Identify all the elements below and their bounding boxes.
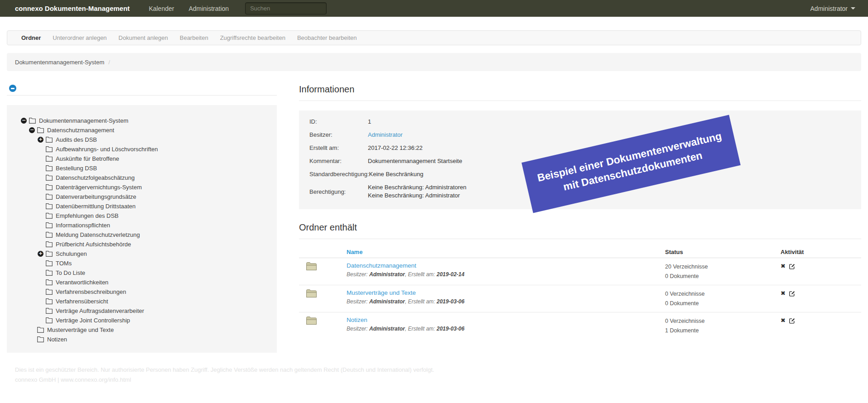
- row-folder-icon: [299, 317, 347, 336]
- folder-outline-icon: [46, 194, 53, 200]
- row-meta: Besitzer: Administrator, Erstellt am: 20…: [347, 326, 665, 332]
- tree-item[interactable]: Aufbewahrungs- und Löschvorschriften: [7, 144, 277, 154]
- info-label-perm: Berechtigung:: [309, 188, 368, 196]
- owner-link[interactable]: Administrator: [368, 131, 403, 139]
- tree-item[interactable]: Informationspflichten: [7, 221, 277, 230]
- tree-item[interactable]: Datenträgervernichtungs-System: [7, 182, 277, 192]
- tree-toggle-icon[interactable]: [21, 118, 29, 124]
- tree-item-label: Dokumentenmanagement-System: [39, 117, 128, 124]
- nav-link[interactable]: Administration: [181, 5, 236, 12]
- tree-item-label: Informationspflichten: [56, 222, 110, 229]
- table-row: Datenschutzmanagement Besitzer: Administ…: [299, 258, 861, 285]
- row-status: 0 Verzeichnisse 0 Dokumente: [665, 289, 781, 308]
- row-folder-icon: [299, 289, 347, 308]
- contents-table: Name Status Aktivität Datenschutzmanagem…: [299, 246, 861, 339]
- toolbar-item[interactable]: Ordner: [15, 34, 47, 41]
- folder-outline-icon: [46, 279, 53, 285]
- tree-item-label: To Do Liste: [56, 269, 85, 276]
- column-header-name[interactable]: Name: [347, 249, 665, 255]
- tree-item[interactable]: Datenverarbeitungsgrundsätze: [7, 192, 277, 202]
- info-value-perm: Keine Beschränkung: Administratoren Kein…: [368, 183, 467, 200]
- folder-outline-icon: [46, 175, 53, 181]
- tree-item[interactable]: Empfehlungen des DSB: [7, 211, 277, 221]
- nav-link[interactable]: Kalender: [141, 5, 181, 12]
- status-directories: 0 Verzeichnisse: [665, 289, 781, 299]
- status-documents: 0 Dokumente: [665, 299, 781, 308]
- footer-line-2: connexo GmbH | www.connexo.org/info.html: [15, 375, 434, 385]
- info-value-id: 1: [368, 118, 371, 125]
- folder-outline-icon: [46, 308, 53, 314]
- row-activity: ✖: [781, 262, 861, 281]
- folder-link[interactable]: Musterverträge und Texte: [347, 289, 416, 296]
- status-documents: 1 Dokumente: [665, 326, 781, 336]
- tree-toggle-icon[interactable]: [29, 127, 37, 133]
- info-value-default-perm: Keine Beschränkung: [369, 170, 424, 178]
- folder-outline-icon: [46, 222, 53, 228]
- row-activity: ✖: [781, 289, 861, 308]
- tree-toggle-icon[interactable]: [38, 137, 46, 143]
- folder-outline-icon: [46, 137, 53, 143]
- delete-icon[interactable]: ✖: [781, 263, 786, 269]
- left-divider: [7, 95, 277, 96]
- tree-item[interactable]: Dokumentenmanagement-System: [7, 116, 277, 125]
- tree-item[interactable]: Auskünfte für Betroffene: [7, 154, 277, 163]
- collapse-all-button[interactable]: [9, 85, 16, 92]
- tree-item[interactable]: Datenübermittlung Drittstaaten: [7, 202, 277, 211]
- table-row: Notizen Besitzer: Administrator, Erstell…: [299, 312, 861, 339]
- folder-link[interactable]: Datenschutzmanagement: [347, 262, 416, 269]
- folder-outline-icon: [46, 317, 53, 323]
- tree-item[interactable]: Verträge Auftragsdatenverarbeiter: [7, 306, 277, 316]
- tree-item[interactable]: Verantwortlichkeiten: [7, 278, 277, 287]
- edit-icon[interactable]: [789, 263, 796, 271]
- search-input[interactable]: [245, 2, 327, 14]
- tree-item[interactable]: Datenschutzmanagement: [7, 125, 277, 135]
- top-navbar: connexo Dokumenten-Management Kalender A…: [0, 0, 868, 17]
- toolbar-item[interactable]: Beobachter bearbeiten: [291, 34, 363, 41]
- delete-icon[interactable]: ✖: [781, 290, 786, 297]
- status-documents: 0 Dokumente: [665, 272, 781, 281]
- tree-toggle-icon[interactable]: [38, 251, 46, 257]
- footer-line-1: Dies ist ein geschützter Bereich. Nur au…: [15, 365, 434, 375]
- tree-item-label: Empfehlungen des DSB: [56, 212, 119, 219]
- row-activity: ✖: [781, 317, 861, 336]
- toolbar-item[interactable]: Bearbeiten: [174, 34, 214, 41]
- tree-item[interactable]: TOMs: [7, 259, 277, 268]
- folder-outline-icon: [46, 203, 53, 209]
- info-label-comment: Kommentar:: [309, 157, 368, 165]
- delete-icon[interactable]: ✖: [781, 317, 786, 324]
- breadcrumb-item[interactable]: Dokumentenmanagement-System: [15, 59, 104, 66]
- tree-item[interactable]: Verträge Joint Controllership: [7, 316, 277, 325]
- tree-item-label: Meldung Datenschutzverletzung: [56, 231, 140, 238]
- tree-item[interactable]: Verfahrensübersicht: [7, 297, 277, 306]
- tree-item[interactable]: Meldung Datenschutzverletzung: [7, 230, 277, 240]
- perm-line-2: Keine Beschränkung: Administrator: [368, 192, 467, 200]
- app-brand[interactable]: connexo Dokumenten-Management: [15, 5, 130, 12]
- toolbar-item[interactable]: Zugriffsrechte bearbeiten: [214, 34, 291, 41]
- tree-item-label: Datenschutzmanagement: [47, 127, 114, 134]
- contents-section-title: Ordner enthält: [299, 222, 357, 233]
- tree-item[interactable]: Datenschutzfolgeabschätzung: [7, 173, 277, 182]
- tree-item-label: Verträge Joint Controllership: [56, 317, 130, 324]
- table-header-row: Name Status Aktivität: [299, 246, 861, 258]
- breadcrumb: Dokumentenmanagement-System /: [7, 53, 861, 71]
- toolbar-item[interactable]: Unterordner anlegen: [47, 34, 112, 41]
- folder-link[interactable]: Notizen: [347, 317, 367, 323]
- tree-item[interactable]: Musterverträge und Texte: [7, 325, 277, 335]
- tree-item[interactable]: Prüfbericht Aufsichtsbehörde: [7, 240, 277, 249]
- tree-item-label: Bestellung DSB: [56, 165, 97, 172]
- tree-item-label: Aufbewahrungs- und Löschvorschriften: [56, 146, 158, 153]
- tree-item[interactable]: To Do Liste: [7, 268, 277, 278]
- edit-icon[interactable]: [789, 317, 796, 326]
- tree-item[interactable]: Bestellung DSB: [7, 163, 277, 173]
- tree-item[interactable]: Verfahrensbeschreibungen: [7, 287, 277, 297]
- tree-item[interactable]: Notizen: [7, 335, 277, 344]
- toolbar-item[interactable]: Dokument anlegen: [113, 34, 174, 41]
- edit-icon[interactable]: [789, 290, 796, 298]
- user-menu[interactable]: Administrator: [810, 5, 855, 12]
- folder-outline-icon: [37, 127, 44, 133]
- tree-item-label: Notizen: [47, 336, 67, 343]
- folder-outline-icon: [46, 184, 53, 190]
- tree-item[interactable]: Audits des DSB: [7, 135, 277, 144]
- tree-item[interactable]: Schulungen: [7, 249, 277, 259]
- breadcrumb-separator: /: [108, 59, 110, 66]
